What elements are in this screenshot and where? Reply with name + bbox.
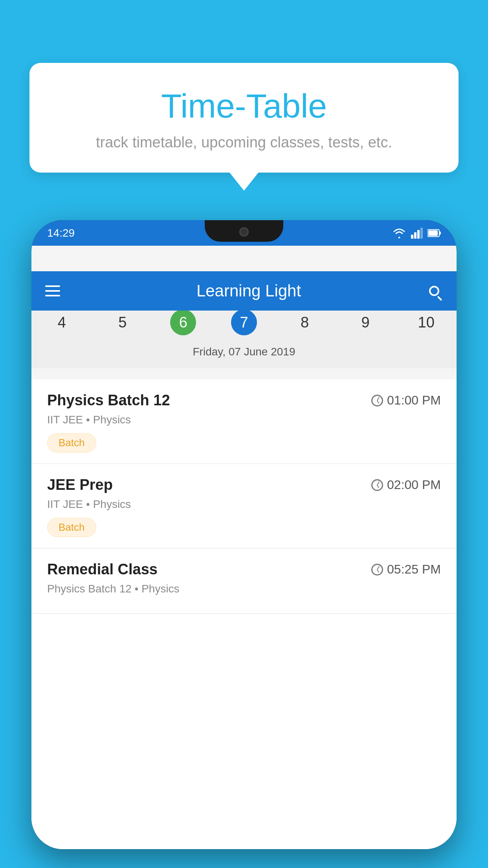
item-time: 01:00 PM	[371, 393, 441, 408]
menu-icon[interactable]	[45, 285, 60, 296]
phone-camera	[239, 227, 249, 237]
wifi-icon	[392, 228, 406, 239]
clock-icon	[371, 564, 383, 576]
schedule-item[interactable]: Remedial Class05:25 PMPhysics Batch 12 •…	[31, 548, 457, 614]
item-title: JEE Prep	[47, 476, 113, 493]
item-header: Remedial Class05:25 PM	[47, 561, 441, 578]
app-title: Learning Light	[72, 281, 426, 300]
time-text: 02:00 PM	[387, 478, 441, 492]
item-header: Physics Batch 1201:00 PM	[47, 392, 441, 409]
day-number[interactable]: 4	[49, 309, 75, 335]
item-time: 05:25 PM	[371, 562, 441, 577]
svg-rect-1	[414, 232, 416, 239]
time-text: 01:00 PM	[387, 393, 441, 408]
bubble-subtitle: track timetable, upcoming classes, tests…	[49, 134, 439, 151]
search-button[interactable]	[426, 282, 443, 300]
batch-badge: Batch	[47, 433, 96, 452]
item-header: JEE Prep02:00 PM	[47, 476, 441, 493]
batch-badge: Batch	[47, 518, 96, 537]
day-number[interactable]: 8	[292, 309, 318, 335]
clock-icon	[371, 395, 383, 406]
selected-date-label: Friday, 07 June 2019	[31, 340, 457, 364]
schedule-item[interactable]: Physics Batch 1201:00 PMIIT JEE • Physic…	[31, 379, 457, 464]
svg-rect-6	[439, 232, 441, 235]
day-number[interactable]: 10	[413, 309, 439, 335]
speech-bubble: Time-Table track timetable, upcoming cla…	[29, 63, 459, 173]
day-number[interactable]: 5	[110, 309, 136, 335]
item-subtitle: IIT JEE • Physics	[47, 414, 441, 426]
status-time: 14:29	[47, 227, 75, 239]
phone-frame: 14:29	[31, 220, 457, 849]
schedule-list: Physics Batch 1201:00 PMIIT JEE • Physic…	[31, 379, 457, 849]
phone-notch	[205, 220, 283, 242]
day-number[interactable]: 9	[352, 309, 378, 335]
svg-rect-3	[420, 228, 423, 239]
svg-rect-0	[411, 235, 413, 239]
day-number[interactable]: 6	[170, 309, 196, 335]
app-bar: Learning Light	[31, 271, 457, 311]
item-subtitle: IIT JEE • Physics	[47, 498, 441, 511]
svg-rect-2	[417, 230, 420, 239]
bubble-title: Time-Table	[49, 86, 439, 125]
item-title: Physics Batch 12	[47, 392, 170, 409]
battery-icon	[427, 229, 441, 237]
day-number[interactable]: 7	[231, 309, 257, 335]
svg-rect-5	[428, 230, 438, 236]
signal-icon	[411, 228, 423, 239]
item-title: Remedial Class	[47, 561, 158, 578]
schedule-item[interactable]: JEE Prep02:00 PMIIT JEE • PhysicsBatch	[31, 464, 457, 548]
time-text: 05:25 PM	[387, 562, 441, 577]
phone-screen: Learning Light Tue4Wed5Thu6Fri7Sat8Sun9M…	[31, 246, 457, 849]
item-time: 02:00 PM	[371, 478, 441, 492]
item-subtitle: Physics Batch 12 • Physics	[47, 583, 441, 595]
clock-icon	[371, 479, 383, 491]
search-icon	[429, 286, 439, 296]
status-icons	[392, 228, 441, 239]
